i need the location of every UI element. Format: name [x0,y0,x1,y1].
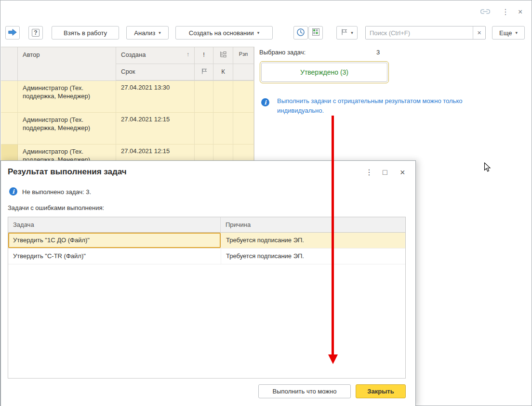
reason-cell[interactable]: Требуется подписание ЭП. [221,249,405,264]
column-header-grouping[interactable] [213,47,233,64]
run-possible-button[interactable]: Выполнить что можно [258,384,351,398]
task-table-header: Автор Создана ↑ Срок ! [1,47,254,81]
chevron-down-icon: ▾ [257,31,260,35]
app-window: ⋮ × ? Взять в работу Анализ ▾ Создать на… [0,0,532,406]
create-based-on-label: Создать на основании [189,29,254,37]
author-cell[interactable]: Администратор (Тех. поддержка, Менеджер) [18,81,116,113]
column-header-flag[interactable] [195,64,213,81]
column-header-deadline[interactable]: Срок [116,64,194,81]
error-list-label: Задачи с ошибками выполнения: [8,204,104,211]
column-header-author[interactable]: Автор [18,47,116,81]
author-cell[interactable]: Администратор (Тех. поддержка, Менеджер) [18,113,116,144]
analysis-button[interactable]: Анализ ▾ [126,26,169,39]
importance-cell[interactable] [195,113,213,144]
chevron-down-icon: ▾ [351,31,353,35]
created-cell[interactable]: 27.04.2021 12:15 [116,113,195,144]
grouping-cell[interactable] [213,81,233,113]
column-header-grouping-k: К [213,47,233,81]
dialog-maximize-icon[interactable]: □ [383,168,387,177]
error-table-header: Задача Причина [8,217,405,233]
selected-tasks-label: Выбрано задач: [259,49,306,56]
column-header-rzp-bottom[interactable] [233,64,253,81]
window-close-icon[interactable]: × [518,8,522,16]
mouse-cursor [484,162,491,174]
clear-icon: × [477,29,481,37]
flag-icon [341,28,347,37]
column-header-rzp-top[interactable]: Рзп [233,47,253,64]
search-input[interactable] [366,26,473,39]
task-result-dialog: Результат выполнения задач ⋮ □ × i Не вы… [0,160,416,406]
column-header-k[interactable]: К [213,64,233,81]
selection-column-header[interactable] [1,47,18,81]
column-header-created-deadline: Создана ↑ Срок [116,47,195,81]
info-icon: i [9,187,17,196]
column-header-importance[interactable]: ! [195,47,213,64]
window-menu-icon[interactable]: ⋮ [502,8,509,16]
panel-info-text: Выполнить задачи с отрицательным результ… [277,96,505,116]
chevron-down-icon: ▾ [159,31,161,35]
dialog-title: Результат выполнения задач [8,167,127,177]
sort-ascending-icon: ↑ [186,51,189,58]
take-to-work-label: Взять в работу [64,29,107,37]
selected-tasks-count: 3 [376,49,380,56]
history-button[interactable] [293,26,308,39]
rzp-cell[interactable] [233,113,254,144]
error-task-table: Задача Причина Утвердить "1С ДО (Файл)" … [8,217,406,379]
created-header-label: Создана [121,51,146,58]
hierarchy-icon [219,52,227,59]
table-row[interactable]: Утвердить "1С ДО (Файл)" Требуется подпи… [8,233,405,249]
summary-table-button[interactable] [308,26,323,39]
row-selector-cell[interactable] [1,81,18,113]
flag-icon [201,69,207,76]
forward-button[interactable] [5,26,20,39]
flag-filter-button[interactable]: ▾ [336,26,358,39]
grouping-cell[interactable] [213,113,233,144]
dialog-menu-icon[interactable]: ⋮ [365,168,373,177]
clock-icon [296,28,305,38]
column-header-rzp: Рзп [233,47,254,81]
column-header-importance-flag: ! [195,47,213,81]
window-titlebar: ⋮ × [0,0,532,23]
summary-table-icon [312,28,320,38]
close-button[interactable]: Закрыть [356,384,406,398]
search-box: × [365,26,486,39]
chevron-down-icon: ▾ [515,31,518,35]
approved-button[interactable]: Утверждено (3) [261,63,387,82]
toolbar: ? Взять в работу Анализ ▾ Создать на осн… [0,26,532,39]
column-header-reason[interactable]: Причина [221,217,405,232]
analysis-label: Анализ [134,29,155,37]
create-based-on-button[interactable]: Создать на основании ▾ [175,26,273,39]
reason-cell[interactable]: Требуется подписание ЭП. [221,233,405,248]
help-icon: ? [32,29,40,37]
importance-cell[interactable] [195,81,213,113]
info-icon: i [261,98,269,106]
more-button[interactable]: Еще ▾ [492,26,525,39]
table-row[interactable]: Администратор (Тех. поддержка, Менеджер)… [1,81,254,113]
more-label: Еще [499,29,512,37]
importance-icon: ! [203,51,205,58]
search-clear-button[interactable]: × [473,26,485,39]
task-cell[interactable]: Утвердить "1С ДО (Файл)" [8,233,221,248]
rzp-cell[interactable] [233,81,254,113]
column-header-task[interactable]: Задача [8,217,221,232]
take-to-work-button[interactable]: Взять в работу [52,26,119,39]
table-row[interactable]: Администратор (Тех. поддержка, Менеджер)… [1,113,254,144]
k-header-label: К [221,68,225,75]
dialog-info-text: Не выполнено задач: 3. [22,188,91,196]
created-cell[interactable]: 27.04.2021 13:30 [116,81,195,113]
forward-arrow-icon [8,28,17,38]
dialog-close-icon[interactable]: × [400,168,405,177]
red-annotation-arrow [332,116,334,354]
link-icon[interactable] [480,8,490,16]
deadline-header-label: Срок [121,68,135,75]
help-button[interactable]: ? [28,26,43,39]
author-header-label: Автор [23,51,40,58]
rzp-header-label: Рзп [239,51,248,57]
task-table: Автор Создана ↑ Срок ! [1,47,254,176]
row-selector-cell[interactable] [1,113,18,144]
table-row[interactable]: Утвердить "C-TR (Файл)" Требуется подпис… [8,249,405,264]
task-cell[interactable]: Утвердить "C-TR (Файл)" [8,249,221,264]
column-header-created[interactable]: Создана ↑ [116,47,194,64]
